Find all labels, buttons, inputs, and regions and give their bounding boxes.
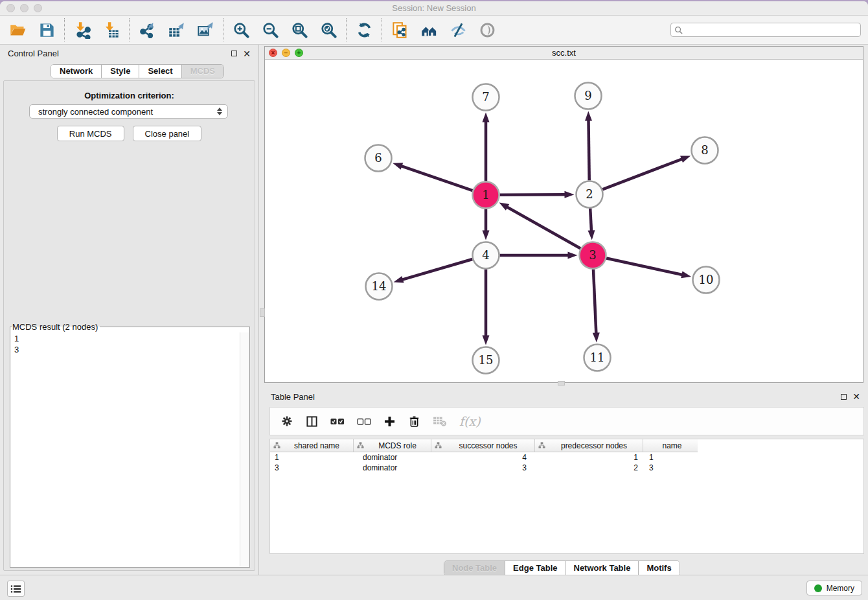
run-mcds-button[interactable]: Run MCDS <box>57 126 124 141</box>
graph-arrowhead <box>585 111 592 121</box>
graph-node-label: 2 <box>586 187 593 201</box>
tab-mcds[interactable]: MCDS <box>182 65 223 78</box>
column-type-icon <box>538 442 545 449</box>
trash-icon <box>408 415 420 428</box>
add-column-button[interactable] <box>383 415 396 428</box>
graph-node-label: 15 <box>479 353 494 367</box>
column-header-predecessor-nodes[interactable]: predecessor nodes <box>535 439 643 452</box>
tab-node-table[interactable]: Node Table <box>444 561 505 575</box>
split-table-button[interactable] <box>306 415 318 428</box>
graph-node-label: 6 <box>374 151 382 165</box>
tab-network-table[interactable]: Network Table <box>566 561 639 575</box>
search-input[interactable] <box>670 23 861 37</box>
zoom-out-icon <box>262 21 279 39</box>
vertical-splitter-handle[interactable] <box>260 308 265 317</box>
hide-selected-button[interactable] <box>449 21 467 39</box>
zoom-selected-icon <box>320 21 337 39</box>
memory-status-icon <box>814 584 822 592</box>
memory-label: Memory <box>827 584 854 593</box>
criterion-dropdown[interactable]: strongly connected component <box>29 104 228 119</box>
delete-table-button[interactable] <box>433 415 447 427</box>
network-graph[interactable]: 7968124314101511 <box>265 60 863 383</box>
copy-network-icon <box>391 21 409 39</box>
gear-icon <box>280 415 293 428</box>
function-builder-button[interactable]: f(x) <box>459 414 481 428</box>
dropdown-chevrons-icon <box>217 108 222 115</box>
graph-node-label: 11 <box>590 351 605 364</box>
horizontal-splitter-handle[interactable] <box>558 381 565 386</box>
cytoscape-window: Session: New Session <box>0 1 868 600</box>
eye-icon <box>479 21 496 39</box>
export-network-button[interactable] <box>138 21 156 39</box>
float-table-panel-icon[interactable] <box>841 394 847 400</box>
table-cell: 1 <box>270 453 354 462</box>
graph-edge-1-6[interactable] <box>401 166 473 190</box>
table-row[interactable]: 3 dominator 3 2 3 <box>270 463 863 473</box>
column-header-name[interactable]: name <box>643 439 698 452</box>
column-type-icon <box>273 442 280 449</box>
table-panel-title: Table Panel <box>271 392 315 402</box>
table-cell: 3 <box>431 463 535 472</box>
graph-edge-3-10[interactable] <box>606 259 683 275</box>
zoom-selected-button[interactable] <box>319 21 337 39</box>
tab-select[interactable]: Select <box>139 65 181 78</box>
new-network-from-selection-button[interactable] <box>391 21 409 39</box>
control-panel: Control Panel ✕ Network Style Select MCD… <box>0 45 259 575</box>
column-header-successor-nodes[interactable]: successor nodes <box>431 439 535 452</box>
graph-edge-1-2[interactable] <box>499 194 565 195</box>
graph-arrowhead <box>681 271 691 278</box>
network-canvas[interactable]: 7968124314101511 <box>265 60 863 382</box>
network-window-titlebar: × − + scc.txt <box>265 47 863 60</box>
column-header-mcds-role[interactable]: MCDS role <box>354 439 431 452</box>
column-header-shared-name[interactable]: shared name <box>270 439 354 452</box>
delete-columns-button[interactable] <box>408 415 420 428</box>
close-panel-button[interactable]: Close panel <box>133 126 202 141</box>
task-history-button[interactable] <box>7 581 25 597</box>
save-session-button[interactable] <box>38 21 56 39</box>
open-session-button[interactable] <box>8 21 27 39</box>
open-folder-icon <box>9 21 27 39</box>
import-network-icon <box>74 21 91 39</box>
graph-arrowhead <box>564 191 574 198</box>
close-panel-icon[interactable]: ✕ <box>243 51 251 57</box>
result-scrollbar[interactable] <box>240 332 249 566</box>
tab-edge-table[interactable]: Edge Table <box>505 561 565 575</box>
columns-icon <box>306 415 318 428</box>
houses-icon <box>420 21 438 39</box>
memory-button[interactable]: Memory <box>806 581 862 595</box>
graph-edge-2-3[interactable] <box>590 208 591 231</box>
first-neighbors-button[interactable] <box>420 21 438 39</box>
import-network-button[interactable] <box>73 21 91 39</box>
graph-edge-2-9[interactable] <box>588 119 589 180</box>
zoom-fit-button[interactable] <box>290 21 308 39</box>
zoom-in-button[interactable] <box>232 21 250 39</box>
float-panel-icon[interactable] <box>231 51 237 56</box>
table-settings-button[interactable] <box>280 415 293 428</box>
close-table-panel-icon[interactable]: ✕ <box>852 393 860 400</box>
main-toolbar <box>0 16 868 45</box>
graph-edge-2-8[interactable] <box>602 159 683 189</box>
tab-motifs[interactable]: Motifs <box>639 561 679 575</box>
window-title: Session: New Session <box>0 3 868 13</box>
export-image-button[interactable] <box>196 21 214 39</box>
import-table-button[interactable] <box>102 21 120 39</box>
show-all-button[interactable] <box>478 21 496 39</box>
refresh-button[interactable] <box>355 21 373 39</box>
unchecked-boxes-icon <box>357 417 371 426</box>
deselect-all-columns-button[interactable] <box>357 417 371 426</box>
tab-style[interactable]: Style <box>102 65 139 78</box>
table-row[interactable]: 1 dominator 4 1 1 <box>270 452 863 463</box>
zoom-out-button[interactable] <box>261 21 279 39</box>
graph-edge-3-11[interactable] <box>593 269 596 334</box>
select-all-columns-button[interactable] <box>330 417 345 426</box>
tab-network[interactable]: Network <box>51 65 102 78</box>
table-cell: 1 <box>643 453 698 462</box>
graph-arrowhead <box>483 113 490 122</box>
mcds-panel: Optimization criterion: strongly connect… <box>3 80 255 571</box>
export-table-button[interactable] <box>167 21 185 39</box>
graph-edge-3-1[interactable] <box>507 207 580 249</box>
graph-node-label: 14 <box>372 279 387 293</box>
graph-node-label: 9 <box>584 89 591 102</box>
graph-edge-4-14[interactable] <box>402 259 472 280</box>
table-cell: 3 <box>270 463 354 472</box>
